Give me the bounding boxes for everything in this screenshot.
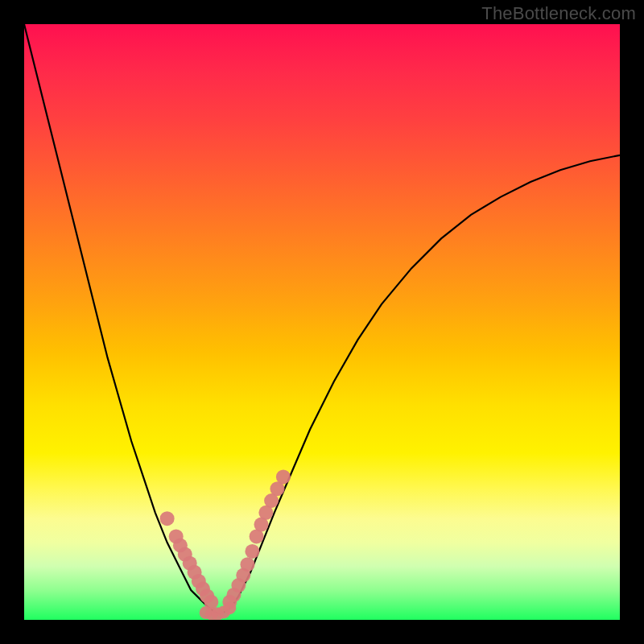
left-curve-line bbox=[24, 24, 221, 614]
chart-frame: TheBottleneck.com bbox=[0, 0, 644, 644]
curve-svg bbox=[24, 24, 620, 620]
plot-area bbox=[24, 24, 620, 620]
data-markers bbox=[160, 469, 291, 620]
data-point bbox=[241, 557, 255, 572]
data-point bbox=[223, 601, 236, 614]
data-point bbox=[245, 544, 259, 559]
right-curve-line bbox=[221, 155, 620, 614]
data-point bbox=[160, 511, 175, 526]
data-point bbox=[276, 469, 291, 484]
watermark-text: TheBottleneck.com bbox=[481, 3, 636, 24]
